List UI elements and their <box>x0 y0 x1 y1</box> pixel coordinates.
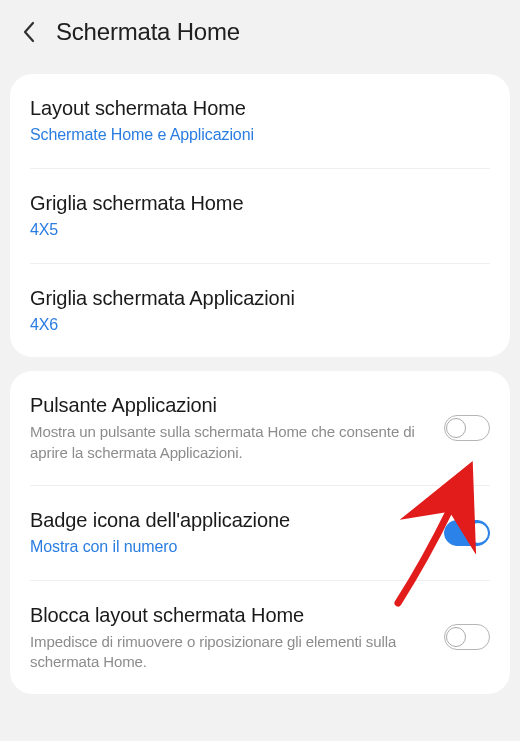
row-title: Badge icona dell'applicazione <box>30 508 430 533</box>
toggle-knob <box>446 627 466 647</box>
row-grid-apps[interactable]: Griglia schermata Applicazioni 4X6 <box>10 264 510 358</box>
toggle-lock-layout[interactable] <box>444 624 490 650</box>
row-grid-home[interactable]: Griglia schermata Home 4X5 <box>10 169 510 263</box>
toggle-knob <box>468 523 488 543</box>
row-text: Blocca layout schermata Home Impedisce d… <box>30 603 430 673</box>
toggle-apps-button[interactable] <box>444 415 490 441</box>
row-badge-icon[interactable]: Badge icona dell'applicazione Mostra con… <box>10 486 510 580</box>
row-subtitle: 4X6 <box>30 315 490 336</box>
row-title: Pulsante Applicazioni <box>30 393 430 418</box>
row-title: Layout schermata Home <box>30 96 490 121</box>
settings-group-layout: Layout schermata Home Schermate Home e A… <box>10 74 510 357</box>
back-icon[interactable] <box>22 21 36 43</box>
row-text: Layout schermata Home Schermate Home e A… <box>30 96 490 146</box>
row-description: Mostra un pulsante sulla schermata Home … <box>30 422 430 463</box>
row-apps-button[interactable]: Pulsante Applicazioni Mostra un pulsante… <box>10 371 510 485</box>
row-lock-layout[interactable]: Blocca layout schermata Home Impedisce d… <box>10 581 510 695</box>
row-title: Blocca layout schermata Home <box>30 603 430 628</box>
row-text: Pulsante Applicazioni Mostra un pulsante… <box>30 393 430 463</box>
row-subtitle: Schermate Home e Applicazioni <box>30 125 490 146</box>
row-subtitle: Mostra con il numero <box>30 537 430 558</box>
row-title: Griglia schermata Applicazioni <box>30 286 490 311</box>
row-description: Impedisce di rimuovere o riposizionare g… <box>30 632 430 673</box>
toggle-knob <box>446 418 466 438</box>
row-text: Griglia schermata Home 4X5 <box>30 191 490 241</box>
header-bar: Schermata Home <box>0 0 520 64</box>
row-subtitle: 4X5 <box>30 220 490 241</box>
row-text: Griglia schermata Applicazioni 4X6 <box>30 286 490 336</box>
row-text: Badge icona dell'applicazione Mostra con… <box>30 508 430 558</box>
settings-group-options: Pulsante Applicazioni Mostra un pulsante… <box>10 371 510 694</box>
row-layout-home[interactable]: Layout schermata Home Schermate Home e A… <box>10 74 510 168</box>
row-title: Griglia schermata Home <box>30 191 490 216</box>
toggle-badge-icon[interactable] <box>444 520 490 546</box>
page-title: Schermata Home <box>56 18 240 46</box>
